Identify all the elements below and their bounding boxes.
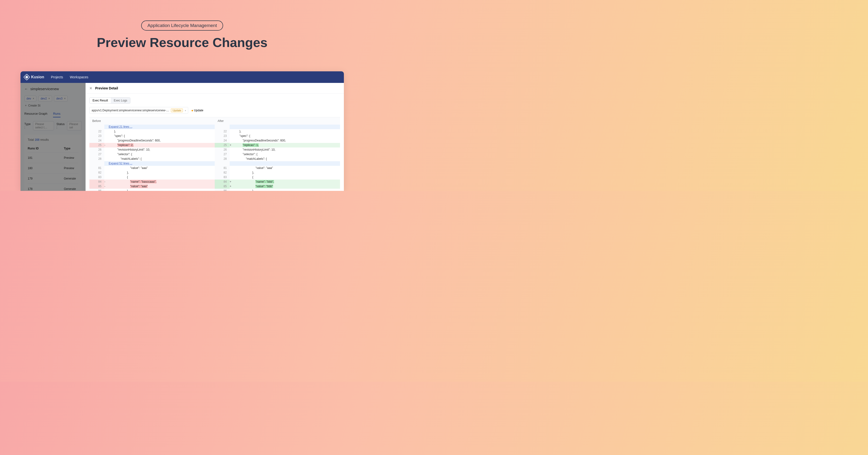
status-text: Update: [194, 109, 204, 112]
line-number: 23: [215, 134, 230, 138]
code: "name": "basccaaa",: [108, 180, 215, 184]
code: "value": "bbb": [233, 184, 340, 189]
code: "replicas": 1,: [233, 143, 340, 148]
panel-body: Exec Result Exec Logs apps/v1:Deployment…: [86, 93, 344, 191]
line-number: 82: [89, 171, 104, 175]
tab-exec-result[interactable]: Exec Result: [90, 98, 111, 103]
code-row: 82 },: [215, 171, 340, 175]
line-number: 85: [215, 184, 230, 189]
code-row: 22 },: [89, 129, 215, 134]
code-row: 27 "selector": {: [215, 152, 340, 157]
code: {: [108, 175, 215, 180]
exec-tabs: Exec Result Exec Logs: [89, 97, 130, 103]
code-row: 24 "progressDeadlineSeconds": 600,: [89, 138, 215, 143]
line-number: 24: [89, 138, 104, 143]
code-row-deleted: 84- "name": "basccaaa",: [89, 180, 215, 184]
line-number: 26: [215, 148, 230, 152]
diff-viewer: Before After Expand 21 lines ... 22 }, 2…: [89, 117, 340, 191]
status-dot-icon: [192, 110, 193, 111]
code-row: 81 "value": "aaa": [215, 166, 340, 171]
line-number: 25: [215, 143, 230, 148]
diff-columns: Expand 21 lines ... 22 }, 23 "spec": { 2…: [89, 125, 340, 191]
status-label: Update: [192, 109, 204, 112]
code-row: 23 "spec": {: [215, 134, 340, 138]
code: }: [108, 189, 215, 191]
code-row-added: 84+ "name": "bbb",: [215, 180, 340, 184]
line-number: 28: [89, 157, 104, 161]
brand-icon: [23, 74, 30, 81]
diff-before-label: Before: [89, 117, 215, 125]
expand-row[interactable]: Expand 21 lines ...: [89, 125, 215, 129]
line-number: 22: [215, 129, 230, 134]
line-number: 25: [89, 143, 104, 148]
brand-name: Kusion: [31, 75, 44, 79]
nav-projects[interactable]: Projects: [51, 75, 63, 79]
code-row: 81 "value": "aaa": [89, 166, 215, 171]
line-number: 86: [89, 189, 104, 191]
line-number: 83: [215, 175, 230, 180]
code: "spec": {: [108, 134, 215, 138]
code: "progressDeadlineSeconds": 600,: [233, 138, 340, 143]
line-number: 28: [215, 157, 230, 161]
diff-after-label: After: [215, 117, 340, 125]
code-row: 26 "revisionHistoryLimit": 10,: [215, 148, 340, 152]
line-number: 81: [89, 166, 104, 171]
code: "spec": {: [233, 134, 340, 138]
code: },: [108, 129, 215, 134]
line-number: 23: [89, 134, 104, 138]
resource-path: apps/v1:Deployment:simpleservicenew:simp…: [92, 109, 169, 112]
code-row-deleted: 25- "replicas": 2,: [89, 143, 215, 148]
code-row: 82 },: [89, 171, 215, 175]
nav-workspaces[interactable]: Workspaces: [70, 75, 88, 79]
code-row-added: 25+ "replicas": 1,: [215, 143, 340, 148]
code: "selector": {: [233, 152, 340, 157]
expand-row[interactable]: [215, 161, 340, 166]
code: {: [233, 175, 340, 180]
line-number: 84: [89, 180, 104, 184]
topbar: Kusion Projects Workspaces: [21, 71, 344, 83]
code: "replicas": 2,: [108, 143, 215, 148]
line-number: 27: [215, 152, 230, 157]
code: "value": "aaa": [108, 166, 215, 171]
preview-panel: ✕ Preview Detail Exec Result Exec Logs a…: [86, 83, 344, 191]
close-icon[interactable]: ✕: [89, 86, 92, 90]
resource-select[interactable]: apps/v1:Deployment:simpleservicenew:simp…: [89, 107, 188, 114]
code: "revisionHistoryLimit": 10,: [108, 148, 215, 152]
line-number: 22: [89, 129, 104, 134]
modal-backdrop[interactable]: [21, 83, 86, 191]
code: "progressDeadlineSeconds": 600,: [108, 138, 215, 143]
hero-chip: Application Lifecycle Management: [141, 21, 223, 31]
line-number: 27: [89, 152, 104, 157]
code-row: 23 "spec": {: [89, 134, 215, 138]
line-number: 24: [215, 138, 230, 143]
resource-selector-row: apps/v1:Deployment:simpleservicenew:simp…: [89, 107, 340, 114]
code: "selector": {: [108, 152, 215, 157]
code: "matchLabels": {: [233, 157, 340, 161]
line-number: 82: [215, 171, 230, 175]
panel-header: ✕ Preview Detail: [86, 83, 344, 93]
tab-exec-logs[interactable]: Exec Logs: [111, 98, 130, 103]
panel-title: Preview Detail: [95, 86, 118, 90]
expand-text: Expand 21 lines ...: [108, 125, 215, 129]
after-column: 22 }, 23 "spec": { 24 "progressDeadlineS…: [215, 125, 340, 191]
code-row: 26 "revisionHistoryLimit": 10,: [89, 148, 215, 152]
expand-row[interactable]: Expand 52 lines ...: [89, 161, 215, 166]
expand-row[interactable]: [215, 125, 340, 129]
code: },: [233, 171, 340, 175]
hero-title: Preview Resource Changes: [97, 35, 268, 50]
code-row: 28 "matchLabels": {: [215, 157, 340, 161]
code-row: 27 "selector": {: [89, 152, 215, 157]
code: "matchLabels": {: [108, 157, 215, 161]
line-number: 26: [89, 148, 104, 152]
line-number: 86: [215, 189, 230, 191]
line-number: 83: [89, 175, 104, 180]
code-row: 28 "matchLabels": {: [89, 157, 215, 161]
chevron-down-icon: ▾: [185, 109, 186, 112]
code: },: [108, 171, 215, 175]
code-row: 83 {: [215, 175, 340, 180]
brand[interactable]: Kusion: [24, 75, 44, 80]
update-badge: Update: [171, 109, 183, 112]
code-row: 86 }: [89, 189, 215, 191]
diff-headers: Before After: [89, 117, 340, 125]
code: }: [233, 189, 340, 191]
